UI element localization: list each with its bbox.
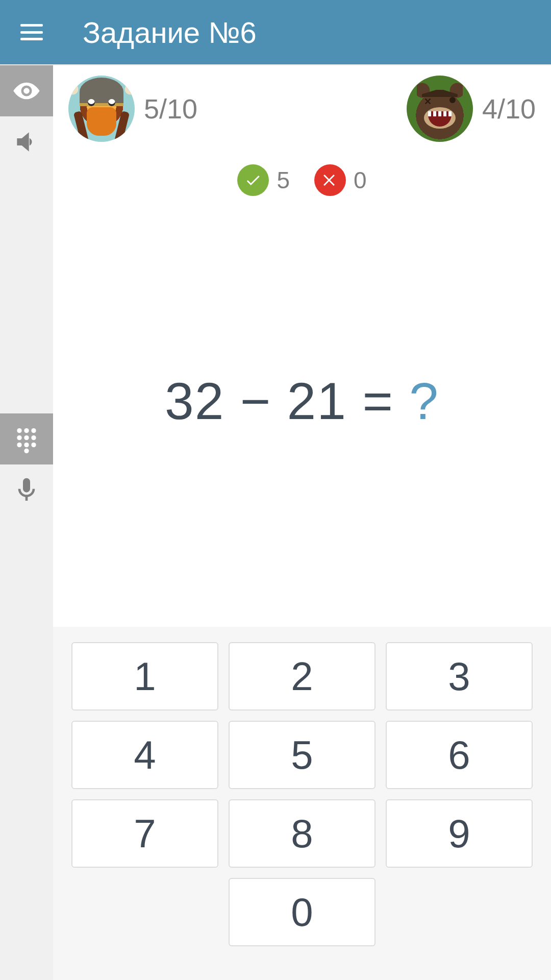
- key-2[interactable]: 2: [229, 642, 375, 710]
- player-score-text: 5/10: [144, 93, 197, 125]
- answer-stats: 5 0: [53, 164, 551, 196]
- opponent-score-text: 4/10: [482, 93, 536, 125]
- key-1[interactable]: 1: [71, 642, 218, 710]
- content: 5/10 ✕ 4/10 5 0: [0, 65, 551, 980]
- svg-point-7: [24, 443, 29, 447]
- svg-point-5: [31, 435, 36, 440]
- math-expression: 32 − 21 = ?: [165, 372, 439, 431]
- problem-area: 32 − 21 = ?: [53, 196, 551, 627]
- key-0[interactable]: 0: [229, 878, 375, 946]
- keypad-mode[interactable]: [0, 413, 53, 464]
- eye-icon: [12, 77, 41, 105]
- key-4[interactable]: 4: [71, 721, 218, 789]
- opponent-avatar: ✕: [407, 76, 473, 142]
- menu-icon[interactable]: [20, 24, 43, 40]
- key-8[interactable]: 8: [229, 799, 375, 868]
- mic-icon: [12, 476, 41, 504]
- keypad: 1 2 3 4 5 6 7 8 9 0: [71, 642, 533, 946]
- keypad-panel: 1 2 3 4 5 6 7 8 9 0: [53, 627, 551, 980]
- svg-point-2: [31, 428, 36, 433]
- cross-icon: [314, 164, 346, 196]
- svg-point-9: [24, 449, 29, 453]
- correct-stat: 5: [237, 164, 290, 196]
- incorrect-stat: 0: [314, 164, 367, 196]
- key-9[interactable]: 9: [386, 799, 533, 868]
- key-3[interactable]: 3: [386, 642, 533, 710]
- player-score: 5/10: [68, 76, 197, 142]
- app-header: Задание №6: [0, 0, 551, 65]
- incorrect-count: 0: [354, 166, 367, 194]
- svg-point-8: [31, 443, 36, 447]
- opponent-score: ✕ 4/10: [407, 76, 536, 142]
- sound-toggle[interactable]: [0, 116, 53, 167]
- svg-point-0: [17, 428, 21, 433]
- page-title: Задание №6: [83, 15, 257, 50]
- answer-placeholder: ?: [409, 372, 439, 430]
- key-5[interactable]: 5: [229, 721, 375, 789]
- key-6[interactable]: 6: [386, 721, 533, 789]
- check-icon: [237, 164, 269, 196]
- main-area: 5/10 ✕ 4/10 5 0: [53, 65, 551, 980]
- svg-point-6: [17, 443, 21, 447]
- keypad-icon: [12, 425, 41, 453]
- voice-mode[interactable]: [0, 464, 53, 516]
- visibility-toggle[interactable]: [0, 65, 53, 116]
- key-7[interactable]: 7: [71, 799, 218, 868]
- speaker-icon: [12, 128, 41, 156]
- expression-text: 32 − 21 =: [165, 372, 409, 430]
- correct-count: 5: [277, 166, 290, 194]
- svg-point-1: [24, 428, 29, 433]
- left-sidebar: [0, 65, 53, 980]
- player-avatar: [68, 76, 135, 142]
- score-bar: 5/10 ✕ 4/10: [53, 65, 551, 142]
- svg-point-3: [17, 435, 21, 440]
- svg-point-4: [24, 435, 29, 440]
